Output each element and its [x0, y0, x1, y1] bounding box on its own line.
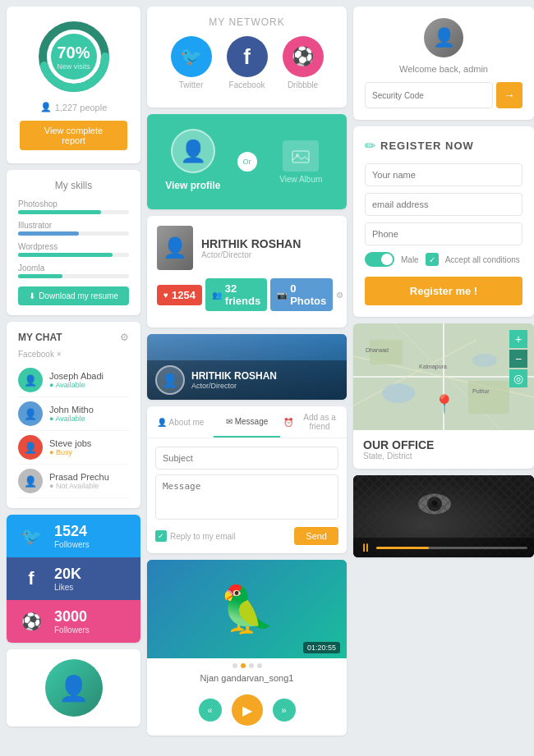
- subject-input[interactable]: [155, 447, 338, 470]
- followers-card: 🐦 1524 Followers f 20K Likes ⚽ 3000 Foll…: [7, 515, 140, 643]
- office-name: OUR OFFICE: [363, 438, 524, 451]
- message-tabs: 👤 About me ✉ Message ⏰ Add as a friend: [147, 406, 347, 438]
- list-item[interactable]: 👤 Joseph Abadi ● Available: [18, 364, 129, 397]
- next-button[interactable]: »: [273, 699, 296, 722]
- camera-icon: 📷: [277, 291, 287, 300]
- media-dots: [147, 658, 347, 673]
- cover-overlay: 👤 HRITHIK ROSHAN Actor/Director: [147, 360, 347, 400]
- facebook-icon: f: [16, 568, 46, 589]
- settings-link[interactable]: ⚙ Settings: [336, 291, 347, 300]
- video-card: ⏸: [353, 475, 534, 557]
- gender-toggle[interactable]: [365, 252, 394, 267]
- download-resume-button[interactable]: ⬇ Download my resume: [18, 286, 129, 305]
- video-progress-fill: [376, 547, 429, 549]
- avatar: 👤: [45, 659, 103, 717]
- clock-icon: ⏰: [283, 418, 293, 427]
- phone-input[interactable]: [365, 222, 522, 245]
- dribbble-follower-row[interactable]: ⚽ 3000 Followers: [7, 600, 140, 643]
- chat-card: MY CHAT ⚙ Facebook × 👤 Joseph Abadi ● Av…: [7, 322, 140, 508]
- chat-list: 👤 Joseph Abadi ● Available 👤 John Mitho …: [18, 364, 129, 498]
- gear-icon[interactable]: ⚙: [120, 332, 129, 343]
- dot-3: [249, 663, 254, 668]
- profile-banner: 👤 View profile Or View Album: [147, 114, 347, 209]
- security-input[interactable]: [365, 82, 493, 108]
- facebook-follower-row[interactable]: f 20K Likes: [7, 557, 140, 600]
- register-card: ✏ REGISTER NOW Male ✓ Accept all conditi…: [353, 126, 534, 317]
- media-art: 🦜: [219, 583, 275, 636]
- dribbble-network-item[interactable]: ⚽ Dribbble: [283, 36, 324, 89]
- skill-wordpress: Wordpress: [18, 242, 129, 257]
- prev-button[interactable]: «: [199, 699, 222, 722]
- facebook-label: Likes: [54, 583, 81, 592]
- facebook-network-item[interactable]: f Facebook: [227, 36, 268, 89]
- dribbble-icon: ⚽: [16, 612, 46, 631]
- media-time: 01:20:55: [303, 642, 340, 653]
- send-button[interactable]: Send: [294, 527, 338, 545]
- or-badge: Or: [237, 152, 257, 172]
- locate-button[interactable]: ◎: [509, 369, 527, 387]
- message-input[interactable]: [155, 474, 338, 520]
- email-input[interactable]: [365, 193, 522, 216]
- zoom-in-button[interactable]: +: [509, 330, 527, 348]
- twitter-label: Followers: [54, 540, 90, 549]
- skill-illustrator: Illustrator: [18, 221, 129, 236]
- list-item[interactable]: 👤 Prasad Prechu ● Not Available: [18, 465, 129, 498]
- message-card: 👤 About me ✉ Message ⏰ Add as a friend ✓…: [147, 406, 347, 553]
- skill-photoshop: Photoshop: [18, 199, 129, 214]
- view-profile-label[interactable]: View profile: [165, 180, 220, 191]
- name-input[interactable]: [365, 163, 522, 186]
- play-button[interactable]: ▶: [232, 694, 263, 726]
- stats-row: ♥ 1254 👥 32 friends 📷 0 Photos ⚙ Setting…: [157, 278, 337, 311]
- tab-about-me[interactable]: 👤 About me: [147, 406, 214, 438]
- video-controls: ⏸: [353, 538, 534, 557]
- svg-rect-3: [292, 151, 309, 163]
- dot-4: [257, 663, 262, 668]
- svg-text:Kalmapura: Kalmapura: [419, 364, 447, 370]
- network-card: MY NETWORK 🐦 Twitter f Facebook ⚽ Dribbb…: [147, 7, 347, 108]
- avatar: 👤: [18, 469, 43, 493]
- security-row: →: [365, 82, 522, 108]
- list-item[interactable]: 👤 Steve jobs ● Busy: [18, 431, 129, 465]
- accept-checkbox[interactable]: ✓: [426, 253, 439, 266]
- map-area: Dharwad Puthur Kalmapura 📍 + − ◎: [353, 323, 534, 430]
- video-play-button[interactable]: ⏸: [360, 541, 371, 554]
- view-report-button[interactable]: View complete report: [20, 121, 127, 150]
- bottom-avatar-card: 👤: [7, 649, 140, 726]
- video-thumbnail: ⏸: [353, 475, 534, 557]
- facebook-icon: f: [227, 36, 268, 77]
- tab-message[interactable]: ✉ Message: [214, 406, 280, 438]
- people-count: 1,227 people: [55, 103, 108, 112]
- map-card: Dharwad Puthur Kalmapura 📍 + − ◎ OUR OFF…: [353, 323, 534, 469]
- list-item[interactable]: 👤 John Mitho ● Available: [18, 397, 129, 431]
- media-player-card: 🦜 01:20:55 Njan gandarvan_song1 « ▶ »: [147, 560, 347, 735]
- accept-label: Accept all conditions: [445, 255, 520, 264]
- register-title: REGISTER NOW: [380, 140, 474, 152]
- svg-text:Puthur: Puthur: [472, 388, 490, 394]
- svg-point-11: [382, 383, 415, 403]
- chat-title: MY CHAT: [18, 332, 62, 343]
- view-album-wrap[interactable]: View Album: [265, 140, 338, 184]
- twitter-network-item[interactable]: 🐦 Twitter: [171, 36, 212, 89]
- user-icon: 👤: [157, 418, 167, 427]
- reply-checkbox[interactable]: ✓: [155, 530, 167, 542]
- video-progress-bar[interactable]: [376, 547, 527, 549]
- twitter-follower-row[interactable]: 🐦 1524 Followers: [7, 515, 140, 557]
- dot-1: [232, 663, 237, 668]
- map-controls: + − ◎: [509, 330, 527, 387]
- user-role: Actor/Director: [201, 250, 337, 259]
- donut-chart: 70% New visits: [37, 20, 111, 94]
- twitter-count: 1524: [54, 523, 90, 540]
- gender-label: Male: [401, 255, 419, 264]
- donut-sublabel: New visits: [57, 62, 90, 71]
- tab-add-friend[interactable]: ⏰ Add as a friend: [280, 406, 347, 438]
- svg-rect-14: [468, 381, 509, 414]
- skills-title: My skills: [18, 180, 129, 191]
- svg-text:Dharwad: Dharwad: [366, 347, 389, 353]
- office-address: State, District: [363, 451, 524, 460]
- zoom-out-button[interactable]: −: [509, 350, 527, 368]
- avatar: 👤: [18, 368, 43, 392]
- register-button[interactable]: Register me !: [365, 277, 522, 305]
- cover-name: HRITHIK ROSHAN: [191, 370, 277, 382]
- album-icon: [283, 140, 319, 172]
- security-submit-button[interactable]: →: [496, 82, 522, 108]
